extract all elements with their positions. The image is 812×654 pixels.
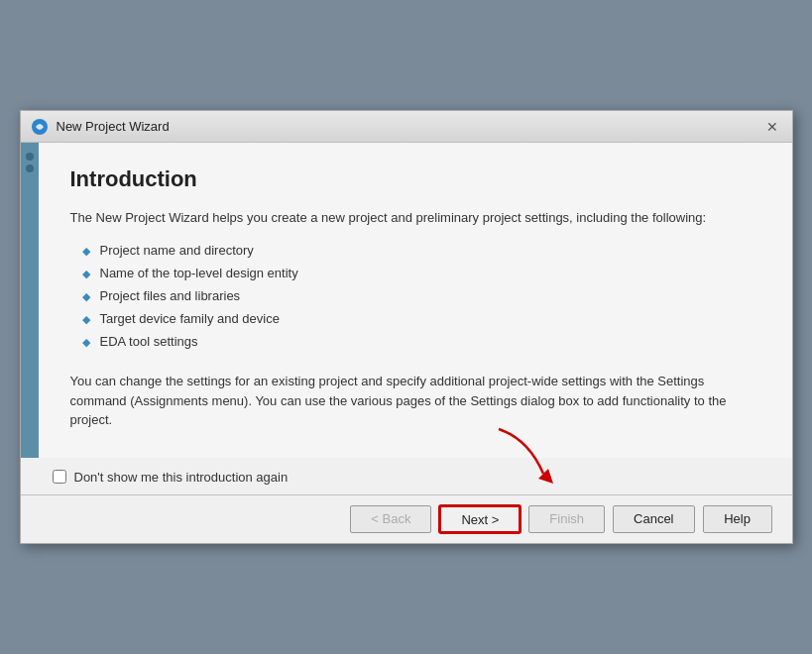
bullet-text-3: Project files and libraries — [100, 287, 241, 305]
finish-button[interactable]: Finish — [528, 505, 605, 533]
help-button[interactable]: Help — [703, 505, 772, 533]
bullet-icon-5: ◆ — [82, 335, 90, 350]
list-item: ◆ EDA tool settings — [82, 333, 760, 351]
intro-text: The New Project Wizard helps you create … — [70, 208, 760, 228]
list-item: ◆ Project name and directory — [82, 242, 760, 260]
bullet-text-1: Project name and directory — [100, 242, 254, 260]
bullet-icon-2: ◆ — [82, 267, 90, 281]
sidebar-indicator-2 — [26, 164, 34, 172]
dialog-window: New Project Wizard ✕ Introduction The Ne… — [20, 110, 793, 544]
back-button[interactable]: < Back — [350, 505, 431, 533]
bullet-text-4: Target device family and device — [100, 310, 280, 328]
bullet-icon-4: ◆ — [82, 312, 90, 327]
bullet-icon-1: ◆ — [82, 244, 90, 259]
dont-show-label[interactable]: Don't show me this introduction again — [74, 470, 289, 485]
content-area: Introduction The New Project Wizard help… — [21, 143, 792, 458]
list-item: ◆ Project files and libraries — [82, 287, 760, 305]
bullet-text-5: EDA tool settings — [100, 333, 198, 351]
checkbox-row: Don't show me this introduction again — [21, 458, 792, 494]
bullet-icon-3: ◆ — [82, 289, 90, 304]
app-icon — [31, 118, 49, 136]
button-row: < Back Next > Finish Cancel Help — [21, 495, 792, 543]
dont-show-checkbox[interactable] — [53, 470, 66, 484]
bottom-bar: Don't show me this introduction again < … — [21, 458, 792, 543]
left-sidebar — [21, 143, 39, 458]
page-title: Introduction — [70, 166, 760, 192]
title-bar: New Project Wizard ✕ — [21, 111, 792, 143]
window-title: New Project Wizard — [57, 119, 754, 134]
bullet-list: ◆ Project name and directory ◆ Name of t… — [82, 242, 760, 357]
main-content: Introduction The New Project Wizard help… — [39, 143, 792, 458]
cancel-button[interactable]: Cancel — [613, 505, 694, 533]
bullet-text-2: Name of the top-level design entity — [100, 265, 298, 282]
list-item: ◆ Name of the top-level design entity — [82, 265, 760, 282]
next-button[interactable]: Next > — [439, 505, 521, 533]
sidebar-indicator-1 — [26, 153, 34, 161]
list-item: ◆ Target device family and device — [82, 310, 760, 328]
settings-text: You can change the settings for an exist… — [70, 372, 760, 430]
close-button[interactable]: ✕ — [762, 117, 782, 137]
